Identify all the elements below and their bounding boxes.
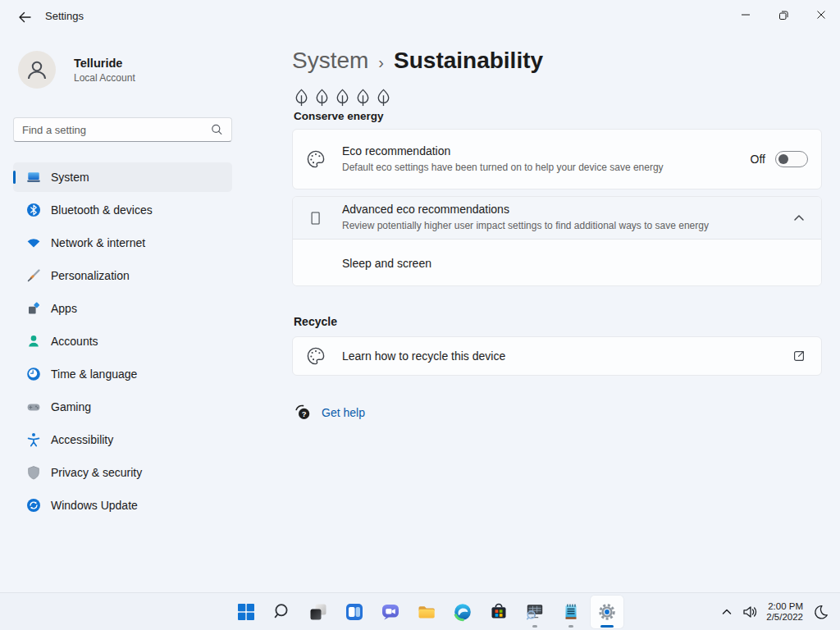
toggle-knob [778, 154, 788, 164]
placeholder-glyph-icon [308, 209, 323, 227]
sidebar-item-label: System [51, 171, 89, 184]
breadcrumb: System › Sustainability [292, 48, 543, 74]
file-explorer-icon [417, 602, 436, 622]
app-title: Settings [45, 10, 84, 22]
back-button[interactable] [11, 7, 38, 27]
widgets-icon [345, 602, 364, 622]
sidebar-item-label: Time & language [51, 368, 137, 381]
focus-assist-button[interactable] [811, 604, 829, 621]
advanced-eco-header[interactable]: Advanced eco recommendations Review pote… [293, 197, 821, 240]
taskbar-clock[interactable]: 2:00 PM 2/5/2022 [766, 601, 803, 623]
toggle-state-label: Off [751, 153, 765, 166]
sidebar-item-label: Apps [51, 302, 77, 315]
palette-icon [306, 346, 326, 366]
chat-button[interactable] [374, 596, 407, 628]
recycle-link-card[interactable]: Learn how to recycle this device [292, 336, 822, 376]
start-button[interactable] [230, 596, 262, 628]
profile-card[interactable]: Telluride Local Account [18, 51, 135, 89]
volume-button[interactable] [742, 604, 758, 620]
search-icon [272, 602, 292, 622]
palette-icon [306, 149, 326, 169]
sidebar-item-label: Privacy & security [51, 466, 142, 479]
running-indicator [568, 625, 573, 628]
notepad-app-button[interactable] [555, 596, 587, 628]
sidebar-item-personalization[interactable]: Personalization [13, 261, 232, 290]
sidebar-item-gaming[interactable]: Gaming [13, 392, 232, 422]
system-icon [26, 170, 41, 185]
settings-app-button[interactable] [591, 596, 623, 628]
selected-indicator [13, 171, 16, 184]
moon-icon [811, 604, 829, 621]
page-title: Sustainability [394, 48, 543, 74]
sidebar-item-privacy-security[interactable]: Privacy & security [13, 458, 232, 487]
sidebar-item-label: Gaming [51, 400, 91, 413]
close-button[interactable] [802, 0, 840, 30]
back-icon [17, 10, 32, 25]
sidebar-item-windows-update[interactable]: Windows Update [13, 491, 232, 520]
sidebar-nav: System Bluetooth & devices Network & int… [13, 162, 232, 523]
breadcrumb-parent[interactable]: System [292, 48, 368, 74]
microsoft-store-button[interactable] [482, 596, 515, 628]
close-icon [816, 10, 826, 20]
bluetooth-icon [26, 203, 41, 217]
taskbar: 2:00 PM 2/5/2022 [0, 592, 840, 630]
eco-recommendation-toggle[interactable] [775, 151, 808, 167]
leaf-icon [376, 89, 391, 107]
privacy-security-icon [26, 465, 41, 480]
sidebar-item-apps[interactable]: Apps [13, 294, 232, 323]
eco-recommendation-description: Default eco settings have been turned on… [342, 161, 682, 175]
minimize-button[interactable] [727, 0, 765, 30]
restore-button[interactable] [765, 0, 802, 30]
conserve-energy-label: Conserve energy [294, 110, 384, 122]
file-explorer-button[interactable] [410, 596, 443, 628]
task-view-button[interactable] [302, 596, 335, 628]
minimize-icon [741, 10, 751, 20]
system-monitor-app-button[interactable] [518, 596, 551, 628]
chevron-up-icon [720, 605, 733, 619]
avatar [18, 51, 56, 89]
profile-name: Telluride [74, 57, 135, 70]
speaker-icon [742, 604, 758, 620]
accessibility-icon [26, 432, 41, 447]
sidebar-item-system[interactable]: System [13, 162, 232, 192]
sidebar-item-time-language[interactable]: Time & language [13, 359, 232, 389]
search-input[interactable] [22, 124, 211, 136]
advanced-eco-title: Advanced eco recommendations [342, 203, 772, 216]
sidebar-item-accounts[interactable]: Accounts [13, 326, 232, 356]
profile-account-type: Local Account [74, 72, 135, 84]
leaf-icon [314, 89, 330, 107]
leaf-icon [335, 89, 350, 107]
accounts-icon [26, 334, 41, 349]
conserve-energy-leaves [294, 89, 391, 107]
search-icon[interactable] [211, 124, 223, 136]
advanced-eco-content: Sleep and screen [293, 240, 821, 286]
sidebar: Telluride Local Account System [0, 33, 246, 592]
sidebar-item-bluetooth-devices[interactable]: Bluetooth & devices [13, 195, 232, 225]
time-language-icon [26, 367, 41, 381]
chevron-up-icon[interactable] [792, 211, 806, 226]
edge-icon [453, 602, 472, 622]
sidebar-item-network-internet[interactable]: Network & internet [13, 228, 232, 258]
advanced-eco-description: Review potentially higher user impact se… [342, 219, 772, 233]
gaming-icon [26, 399, 41, 414]
widgets-button[interactable] [338, 596, 371, 628]
sleep-and-screen-label: Sleep and screen [342, 257, 431, 270]
taskbar-search-button[interactable] [266, 596, 299, 628]
get-help-link[interactable]: ? Get help [294, 404, 365, 422]
running-indicator [532, 625, 537, 628]
main-content: System › Sustainability Conserve energy … [292, 33, 822, 592]
edge-button[interactable] [446, 596, 479, 628]
system-tray: 2:00 PM 2/5/2022 [720, 593, 840, 630]
windows-update-icon [26, 498, 41, 513]
sidebar-item-label: Bluetooth & devices [51, 203, 153, 217]
leaf-icon [355, 89, 371, 107]
personalization-icon [26, 268, 41, 283]
sidebar-item-label: Accessibility [51, 433, 113, 446]
active-app-indicator [600, 625, 614, 628]
task-view-icon [308, 602, 328, 622]
sidebar-item-accessibility[interactable]: Accessibility [13, 425, 232, 454]
svg-text:?: ? [302, 409, 307, 418]
tray-chevron-up-button[interactable] [720, 605, 733, 619]
taskbar-icons [230, 593, 623, 630]
titlebar: Settings [0, 0, 840, 33]
